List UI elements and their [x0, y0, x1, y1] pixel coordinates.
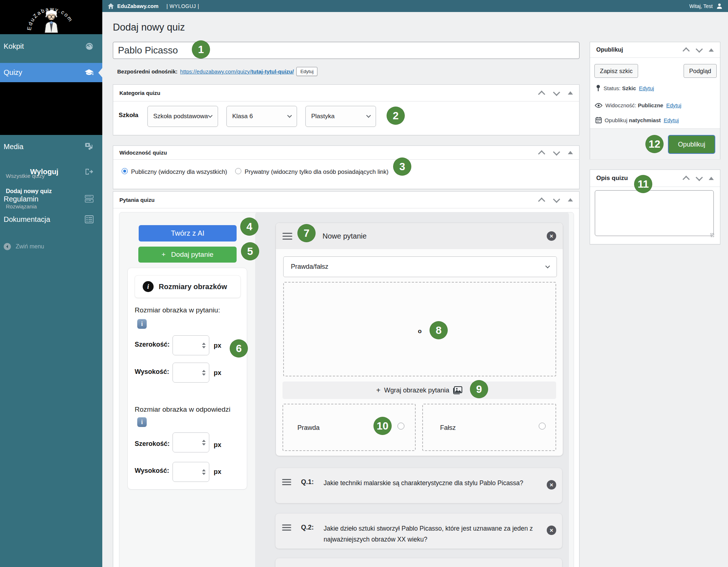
drag-handle-icon[interactable]	[282, 233, 292, 240]
plus-icon: +	[162, 251, 166, 258]
width-label: Szerokość:	[135, 440, 170, 448]
question-text: Jakie dzieło sztuki stworzył Pablo Picas…	[324, 523, 533, 545]
answer-image-width-input[interactable]	[173, 432, 209, 452]
image-sizes-header: i Rozmiary obrazków	[135, 275, 241, 298]
move-down-icon[interactable]	[696, 176, 703, 180]
question-number: Q.1:	[301, 478, 314, 486]
answer-false-box[interactable]: Fałsz	[422, 404, 556, 451]
user-icon[interactable]	[716, 3, 723, 9]
upload-question-image-button[interactable]: + Wgraj obrazek pytania	[282, 382, 556, 399]
permalink-link[interactable]: https://eduzabawy.com/quizy/tutaj-tytul-…	[180, 68, 294, 75]
answer-true-box[interactable]: Prawda	[282, 404, 416, 451]
permalink-row: Bezpośredni odnośnik: https://eduzabawy.…	[117, 67, 317, 76]
answer-image-height-input[interactable]	[173, 462, 209, 482]
logout-link[interactable]: | WYLOGUJ |	[166, 3, 199, 9]
edit-status-link[interactable]: Edytuj	[639, 85, 654, 91]
collapse-panel-icon[interactable]	[709, 177, 714, 180]
user-greeting[interactable]: Witaj, Test	[689, 3, 713, 9]
visibility-panel-header[interactable]: Widoczność quizu	[113, 146, 579, 160]
collapse-menu-button[interactable]: Zwiń menu	[4, 243, 44, 250]
sidebar-item-quizy[interactable]: Quizy	[0, 63, 102, 82]
pin-icon	[596, 85, 601, 92]
answer-true-radio[interactable]	[397, 423, 404, 430]
quiz-admin-screen: EduZabawy.com | WYLOGUJ | Witaj, Test Ed…	[0, 0, 728, 567]
annotation-badge-4: 4	[240, 217, 258, 236]
sidebar-item-media[interactable]: Media	[0, 135, 102, 158]
sidebar-item-dokumentacja[interactable]: Dokumentacja	[0, 210, 102, 228]
move-up-icon[interactable]	[682, 48, 690, 52]
drag-handle-icon[interactable]	[282, 524, 291, 531]
site-name-link[interactable]: EduZabawy.com	[117, 3, 158, 9]
add-question-button[interactable]: + Dodaj pytanie	[138, 247, 237, 263]
question-image-dropzone[interactable]: o	[283, 282, 556, 376]
documentation-icon	[85, 215, 94, 223]
move-up-icon[interactable]	[682, 176, 690, 180]
move-down-icon[interactable]	[553, 151, 560, 155]
delete-question-icon[interactable]: ✕	[547, 526, 556, 535]
home-icon[interactable]	[108, 3, 114, 9]
question-text: Jakie techniki malarskie są charakteryst…	[324, 478, 533, 488]
drag-handle-icon[interactable]	[282, 479, 291, 485]
graduation-cap-icon	[84, 69, 94, 77]
move-up-icon[interactable]	[538, 151, 545, 155]
site-logo[interactable]: EduZabawy.com	[0, 0, 102, 34]
move-down-icon[interactable]	[696, 48, 703, 52]
edit-visibility-link[interactable]: Edytuj	[666, 102, 681, 108]
chevron-down-icon	[545, 264, 550, 268]
create-with-ai-button[interactable]: Twórz z AI	[139, 225, 237, 241]
subject-select[interactable]: Plastyka	[305, 106, 376, 127]
sidebar-item-wyloguj[interactable]: Wyloguj	[0, 163, 102, 181]
sidebar-item-kokpit[interactable]: Kokpit	[0, 34, 102, 58]
media-icon	[85, 143, 94, 151]
category-panel-header[interactable]: Kategoria quizu	[113, 85, 579, 101]
info-tooltip-icon[interactable]: i	[137, 417, 147, 427]
permalink-edit-button[interactable]: Edytuj	[296, 67, 317, 76]
move-up-icon[interactable]	[538, 198, 545, 202]
plus-icon: +	[376, 386, 381, 395]
preview-button[interactable]: Podgląd	[684, 64, 717, 78]
answer-false-radio[interactable]	[539, 423, 546, 430]
close-question-icon[interactable]: ✕	[547, 231, 556, 241]
private-radio[interactable]	[235, 168, 241, 174]
question-list-item[interactable]: Q.1: Jakie techniki malarskie są charakt…	[275, 468, 562, 503]
collapse-panel-icon[interactable]	[568, 91, 573, 95]
school-row-label: Szkoła	[119, 112, 138, 119]
question-list-item[interactable]: Q.2: Jakie dzieło sztuki stworzył Pablo …	[275, 513, 562, 549]
collapse-panel-icon[interactable]	[709, 48, 714, 52]
image-sizes-title: Rozmiary obrazków	[159, 283, 227, 291]
collapse-arrow-icon	[4, 243, 11, 250]
info-tooltip-icon[interactable]: i	[137, 319, 147, 329]
questions-panel-header[interactable]: Pytania quizu	[113, 192, 579, 208]
px-unit: px	[214, 441, 221, 449]
public-radio-label[interactable]: Publiczny (widoczny dla wszystkich)	[131, 168, 227, 175]
collapse-label: Zwiń menu	[16, 243, 44, 250]
publish-panel-header[interactable]: Opublikuj	[590, 42, 720, 58]
height-label: Wysokość:	[135, 467, 169, 475]
quiz-title-input[interactable]	[113, 42, 579, 59]
collapse-panel-icon[interactable]	[568, 198, 573, 201]
sidebar-item-regulamin[interactable]: Regulamin	[0, 190, 102, 208]
public-radio[interactable]	[122, 168, 128, 174]
question-list-item-partial[interactable]	[275, 558, 562, 567]
class-select[interactable]: Klasa 6	[226, 106, 297, 127]
move-down-icon[interactable]	[553, 91, 560, 95]
question-editor-header: Nowe pytanie ✕	[276, 223, 563, 249]
private-radio-label[interactable]: Prywatny (widoczny tylko dla osób posiad…	[245, 168, 388, 175]
move-down-icon[interactable]	[553, 198, 560, 202]
delete-question-icon[interactable]: ✕	[547, 480, 556, 490]
save-draft-button[interactable]: Zapisz szkic	[594, 64, 638, 78]
collapse-panel-icon[interactable]	[568, 151, 573, 154]
publish-button[interactable]: Opublikuj	[668, 135, 715, 154]
edit-schedule-link[interactable]: Edytuj	[664, 117, 679, 123]
description-panel-header[interactable]: Opis quizu	[590, 170, 720, 187]
questions-panel: Pytania quizu Twórz z AI + Dodaj pytanie…	[113, 191, 579, 567]
school-type-select[interactable]: Szkoła podstawowa	[147, 106, 218, 127]
annotation-badge-1: 1	[192, 40, 210, 59]
chevron-down-icon	[208, 113, 213, 118]
move-up-icon[interactable]	[538, 91, 545, 95]
question-image-width-input[interactable]	[173, 335, 209, 355]
schedule-value: natychmiast	[629, 117, 661, 123]
quiz-description-textarea[interactable]	[595, 190, 714, 236]
question-image-height-input[interactable]	[173, 363, 209, 383]
question-type-select[interactable]: Prawda/fałsz	[283, 256, 557, 277]
